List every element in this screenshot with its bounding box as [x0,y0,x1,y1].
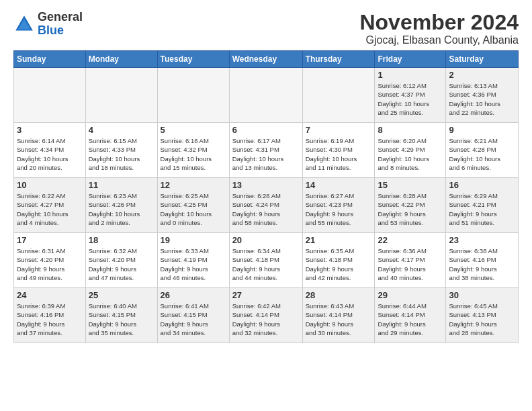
calendar-cell: 24Sunrise: 6:39 AM Sunset: 4:16 PM Dayli… [14,288,86,343]
calendar-cell [302,68,375,123]
day-number: 14 [306,180,372,190]
location-title: Gjocaj, Elbasan County, Albania [359,34,519,46]
day-number: 25 [89,290,154,300]
weekday-header: Thursday [302,51,375,68]
calendar-week-row: 3Sunrise: 6:14 AM Sunset: 4:34 PM Daylig… [14,123,519,178]
calendar-week-row: 10Sunrise: 6:22 AM Sunset: 4:27 PM Dayli… [14,178,519,233]
calendar-cell: 17Sunrise: 6:31 AM Sunset: 4:20 PM Dayli… [14,233,86,288]
calendar-cell: 12Sunrise: 6:25 AM Sunset: 4:25 PM Dayli… [157,178,229,233]
day-number: 19 [161,235,226,245]
day-number: 2 [449,70,515,80]
day-info: Sunrise: 6:44 AM Sunset: 4:14 PM Dayligh… [378,302,443,337]
page: General Blue November 2024 Gjocaj, Elbas… [0,0,532,350]
day-info: Sunrise: 6:16 AM Sunset: 4:32 PM Dayligh… [161,136,226,172]
calendar-cell: 30Sunrise: 6:45 AM Sunset: 4:13 PM Dayli… [446,288,519,343]
day-number: 12 [161,180,226,190]
day-info: Sunrise: 6:20 AM Sunset: 4:29 PM Dayligh… [378,136,443,172]
calendar-cell: 1Sunrise: 6:12 AM Sunset: 4:37 PM Daylig… [375,68,446,123]
calendar-cell: 5Sunrise: 6:16 AM Sunset: 4:32 PM Daylig… [157,123,229,178]
day-number: 7 [306,125,372,135]
day-info: Sunrise: 6:34 AM Sunset: 4:18 PM Dayligh… [232,246,300,282]
day-number: 4 [89,125,154,135]
weekday-header: Monday [85,51,157,68]
day-info: Sunrise: 6:21 AM Sunset: 4:28 PM Dayligh… [449,136,515,172]
calendar-cell: 20Sunrise: 6:34 AM Sunset: 4:18 PM Dayli… [229,233,302,288]
day-number: 15 [378,180,443,190]
day-info: Sunrise: 6:26 AM Sunset: 4:24 PM Dayligh… [232,191,300,227]
day-info: Sunrise: 6:13 AM Sunset: 4:36 PM Dayligh… [449,81,515,117]
day-info: Sunrise: 6:33 AM Sunset: 4:19 PM Dayligh… [161,246,226,282]
day-number: 11 [89,180,154,190]
day-info: Sunrise: 6:15 AM Sunset: 4:33 PM Dayligh… [89,136,154,172]
weekday-header: Saturday [446,51,519,68]
calendar-cell: 7Sunrise: 6:19 AM Sunset: 4:30 PM Daylig… [302,123,375,178]
day-number: 27 [232,290,300,300]
day-info: Sunrise: 6:14 AM Sunset: 4:34 PM Dayligh… [17,136,83,172]
day-number: 26 [161,290,226,300]
calendar-cell: 10Sunrise: 6:22 AM Sunset: 4:27 PM Dayli… [14,178,86,233]
day-info: Sunrise: 6:32 AM Sunset: 4:20 PM Dayligh… [89,246,154,282]
day-number: 10 [17,180,83,190]
day-number: 17 [17,235,83,245]
day-number: 9 [449,125,515,135]
day-number: 18 [89,235,154,245]
calendar-week-row: 17Sunrise: 6:31 AM Sunset: 4:20 PM Dayli… [14,233,519,288]
day-number: 3 [17,125,83,135]
title-block: November 2024 Gjocaj, Elbasan County, Al… [359,11,519,46]
day-info: Sunrise: 6:38 AM Sunset: 4:16 PM Dayligh… [449,246,515,282]
calendar-cell: 23Sunrise: 6:38 AM Sunset: 4:16 PM Dayli… [446,233,519,288]
logo-text: General Blue [38,11,83,38]
day-number: 29 [378,290,443,300]
day-number: 22 [378,235,443,245]
calendar-cell: 27Sunrise: 6:42 AM Sunset: 4:14 PM Dayli… [229,288,302,343]
day-number: 6 [232,125,300,135]
day-number: 23 [449,235,515,245]
day-number: 8 [378,125,443,135]
calendar-table: SundayMondayTuesdayWednesdayThursdayFrid… [13,50,519,343]
day-number: 24 [17,290,83,300]
day-number: 21 [306,235,372,245]
calendar-cell: 4Sunrise: 6:15 AM Sunset: 4:33 PM Daylig… [85,123,157,178]
weekday-header: Friday [375,51,446,68]
weekday-header: Sunday [14,51,86,68]
day-info: Sunrise: 6:22 AM Sunset: 4:27 PM Dayligh… [17,191,83,227]
calendar-cell: 25Sunrise: 6:40 AM Sunset: 4:15 PM Dayli… [85,288,157,343]
calendar-cell [229,68,302,123]
day-info: Sunrise: 6:41 AM Sunset: 4:15 PM Dayligh… [161,302,226,337]
calendar-cell [85,68,157,123]
day-info: Sunrise: 6:35 AM Sunset: 4:18 PM Dayligh… [306,246,372,282]
calendar-cell: 9Sunrise: 6:21 AM Sunset: 4:28 PM Daylig… [446,123,519,178]
calendar-cell: 19Sunrise: 6:33 AM Sunset: 4:19 PM Dayli… [157,233,229,288]
logo: General Blue [13,11,83,38]
calendar-week-row: 24Sunrise: 6:39 AM Sunset: 4:16 PM Dayli… [14,288,519,343]
calendar-cell: 21Sunrise: 6:35 AM Sunset: 4:18 PM Dayli… [302,233,375,288]
calendar-cell: 28Sunrise: 6:43 AM Sunset: 4:14 PM Dayli… [302,288,375,343]
month-title: November 2024 [359,11,519,34]
calendar-cell [157,68,229,123]
day-info: Sunrise: 6:28 AM Sunset: 4:22 PM Dayligh… [378,191,443,227]
calendar-cell: 2Sunrise: 6:13 AM Sunset: 4:36 PM Daylig… [446,68,519,123]
day-info: Sunrise: 6:36 AM Sunset: 4:17 PM Dayligh… [378,246,443,282]
day-info: Sunrise: 6:40 AM Sunset: 4:15 PM Dayligh… [89,302,154,337]
day-info: Sunrise: 6:42 AM Sunset: 4:14 PM Dayligh… [232,302,300,337]
calendar-cell: 11Sunrise: 6:23 AM Sunset: 4:26 PM Dayli… [85,178,157,233]
day-info: Sunrise: 6:19 AM Sunset: 4:30 PM Dayligh… [306,136,372,172]
logo-general: General [38,10,83,24]
header: General Blue November 2024 Gjocaj, Elbas… [13,11,519,46]
calendar-cell: 16Sunrise: 6:29 AM Sunset: 4:21 PM Dayli… [446,178,519,233]
day-info: Sunrise: 6:43 AM Sunset: 4:14 PM Dayligh… [306,302,372,337]
calendar-cell: 3Sunrise: 6:14 AM Sunset: 4:34 PM Daylig… [14,123,86,178]
day-number: 28 [306,290,372,300]
calendar-cell: 13Sunrise: 6:26 AM Sunset: 4:24 PM Dayli… [229,178,302,233]
calendar-cell: 8Sunrise: 6:20 AM Sunset: 4:29 PM Daylig… [375,123,446,178]
day-info: Sunrise: 6:45 AM Sunset: 4:13 PM Dayligh… [449,302,515,337]
day-number: 1 [378,70,443,80]
logo-blue: Blue [38,24,64,37]
day-info: Sunrise: 6:27 AM Sunset: 4:23 PM Dayligh… [306,191,372,227]
calendar-cell: 14Sunrise: 6:27 AM Sunset: 4:23 PM Dayli… [302,178,375,233]
calendar-cell: 22Sunrise: 6:36 AM Sunset: 4:17 PM Dayli… [375,233,446,288]
calendar-cell: 15Sunrise: 6:28 AM Sunset: 4:22 PM Dayli… [375,178,446,233]
day-info: Sunrise: 6:39 AM Sunset: 4:16 PM Dayligh… [17,302,83,337]
day-number: 13 [232,180,300,190]
calendar-cell: 29Sunrise: 6:44 AM Sunset: 4:14 PM Dayli… [375,288,446,343]
